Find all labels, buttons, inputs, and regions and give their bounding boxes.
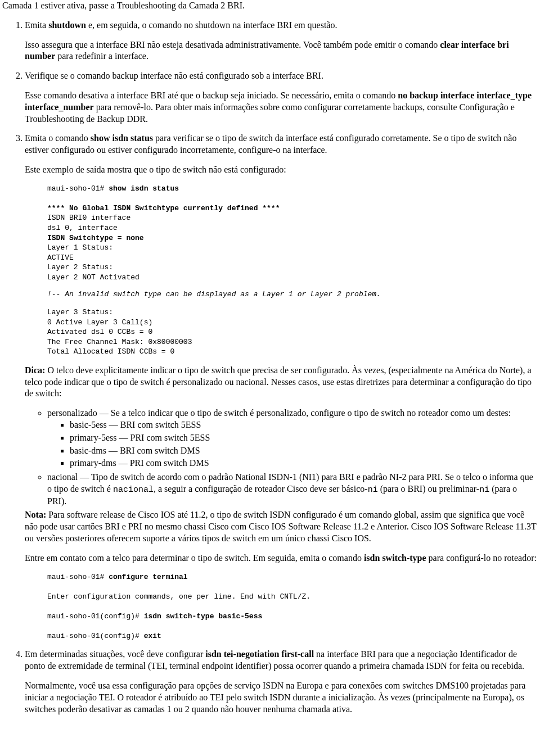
step-4-para-2: Normalmente, você usa essa configuração … [25, 680, 538, 715]
step-3: Emita o comando show isdn status para ve… [25, 133, 538, 641]
step-4-para-1: Em determinadas situações, você deve con… [25, 649, 538, 672]
list-item: primary-5ess — PRI com switch 5ESS [70, 432, 538, 444]
step-2-para-1: Verifique se o comando backup interface … [25, 70, 538, 82]
list-item-nacional: nacional — Tipo de switch de acordo com … [47, 472, 538, 507]
code-comment: !-- An invalid switch type can be displa… [47, 290, 538, 300]
step-2-para-2: Esse comando desativa a interface BRI at… [25, 90, 538, 125]
intro-paragraph: Camada 1 estiver ativa, passe a Troubles… [2, 0, 538, 12]
switch-sublist: basic-5ess — BRI com switch 5ESS primary… [47, 419, 538, 469]
step-list: Emita shutdown e, em seguida, o comando … [2, 20, 538, 716]
step-1-para-1: Emita shutdown e, em seguida, o comando … [25, 20, 538, 31]
step-3-para-1: Emita o comando show isdn status para ve… [25, 133, 538, 156]
code-block-3: maui-soho-01# configure terminal Enter c… [47, 572, 538, 641]
dica-paragraph: Dica: O telco deve explicitamente indica… [25, 365, 538, 400]
code-block-2: Layer 3 Status: 0 Active Layer 3 Call(s)… [47, 307, 538, 357]
code-block-1: maui-soho-01# show isdn status **** No G… [47, 184, 538, 282]
switch-type-list: personalizado — Se a telco indicar que o… [25, 408, 538, 507]
list-item: primary-dms — PRI com switch DMS [70, 458, 538, 469]
step-4: Em determinadas situações, você deve con… [25, 649, 538, 715]
step-1: Emita shutdown e, em seguida, o comando … [25, 20, 538, 62]
step-1-para-2: Isso assegura que a interface BRI não es… [25, 39, 538, 63]
step-3-para-2: Este exemplo de saída mostra que o tipo … [25, 164, 538, 176]
list-item: basic-5ess — BRI com switch 5ESS [70, 419, 538, 431]
nota-paragraph: Nota: Para software release de Cisco IOS… [25, 509, 538, 544]
list-item-personalizado: personalizado — Se a telco indicar que o… [47, 408, 538, 469]
contact-paragraph: Entre em contato com a telco para determ… [25, 553, 538, 564]
step-2: Verifique se o comando backup interface … [25, 70, 538, 125]
list-item: basic-dms — BRI com switch DMS [70, 445, 538, 457]
